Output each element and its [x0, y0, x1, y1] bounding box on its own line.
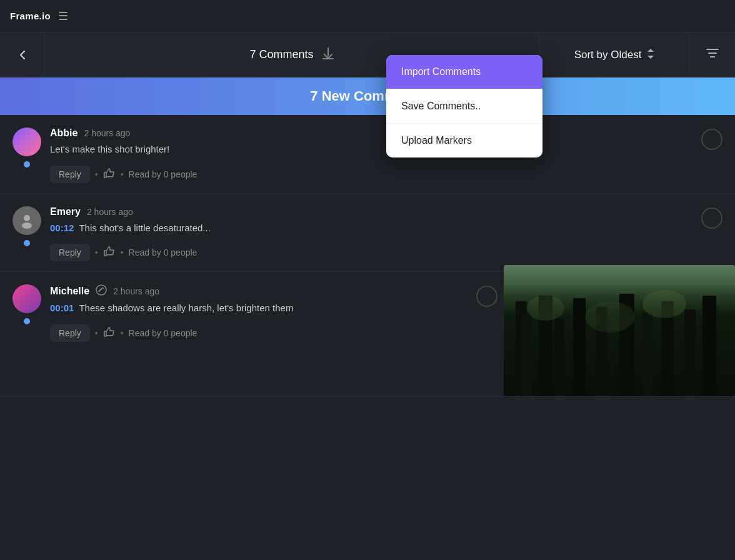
svg-point-3: [24, 215, 30, 221]
action-dot-2: •: [95, 248, 98, 258]
comment-actions-2: Reply • • Read by 0 people: [50, 244, 722, 261]
comment-time-3: 2 hours ago: [113, 286, 159, 296]
reply-button-3[interactable]: Reply: [50, 324, 90, 342]
complete-circle-1[interactable]: [701, 129, 722, 150]
avatar-col-2: [12, 206, 41, 262]
action-dot-3b: •: [121, 328, 124, 338]
comments-count-label: 7 Comments: [249, 48, 313, 61]
filter-button[interactable]: [690, 32, 735, 78]
commenter-name-1: Abbie: [50, 128, 78, 139]
action-dot-1b: •: [121, 169, 124, 179]
timestamp-3[interactable]: 00:01: [50, 302, 74, 313]
avatar-emery: [12, 206, 41, 235]
comment-text-2: 00:12This shot's a little desaturated...: [50, 221, 722, 236]
sort-arrow-icon: [646, 48, 655, 62]
like-icon-1[interactable]: [103, 168, 116, 181]
back-button[interactable]: [0, 32, 45, 78]
read-by-2: Read by 0 people: [129, 248, 198, 258]
header-row: 7 Comments Sort by Oldest: [0, 32, 735, 78]
sort-section[interactable]: Sort by Oldest: [540, 32, 690, 77]
complete-circle-2[interactable]: [701, 208, 722, 229]
dropdown-save-comments[interactable]: Save Comments..: [386, 89, 542, 124]
comment-time-1: 2 hours ago: [84, 128, 130, 138]
comment-actions-1: Reply • • Read by 0 people: [50, 166, 722, 183]
app-logo: Frame.io: [10, 11, 51, 21]
action-dot-1: •: [95, 169, 98, 179]
svg-point-4: [22, 222, 32, 229]
comment-1: Abbie 2 hours ago Let's make this shot b…: [0, 115, 735, 194]
commenter-name-2: Emery: [50, 206, 81, 218]
reply-button-2[interactable]: Reply: [50, 244, 90, 261]
dropdown-import-comments[interactable]: Import Comments: [386, 55, 542, 89]
read-by-1: Read by 0 people: [129, 169, 198, 179]
complete-circle-3[interactable]: [476, 286, 498, 307]
reply-button-1[interactable]: Reply: [50, 166, 90, 183]
timestamp-2[interactable]: 00:12: [50, 222, 74, 233]
avatar-michelle: [12, 284, 41, 313]
commenter-name-3: Michelle: [50, 286, 89, 297]
forest-thumbnail: [504, 265, 735, 396]
edit-icon-3: [96, 284, 107, 298]
filter-icon: [706, 48, 719, 62]
top-bar: Frame.io ☰: [0, 0, 735, 32]
comment-time-2: 2 hours ago: [87, 207, 133, 217]
action-dot-2b: •: [121, 248, 124, 258]
dropdown-upload-markers[interactable]: Upload Markers: [386, 124, 542, 158]
unread-dot-2: [24, 240, 30, 246]
unread-dot-3: [24, 318, 30, 324]
avatar-abbie: [12, 128, 41, 156]
new-comments-banner[interactable]: 7 New Comments: [0, 78, 735, 115]
sort-label: Sort by Oldest: [574, 49, 642, 61]
comment-content-2: Emery 2 hours ago 00:12This shot's a lit…: [50, 206, 722, 262]
forest-image: [504, 265, 735, 396]
comments-area: Abbie 2 hours ago Let's make this shot b…: [0, 115, 735, 560]
comment-2: Emery 2 hours ago 00:12This shot's a lit…: [0, 194, 735, 272]
like-icon-3[interactable]: [103, 326, 116, 340]
action-dot-3: •: [95, 328, 98, 338]
unread-dot-1: [24, 161, 30, 168]
comment-header-2: Emery 2 hours ago: [50, 206, 722, 218]
download-icon[interactable]: [321, 46, 335, 63]
comment-3: Michelle 2 hours ago 00:01These shadows …: [0, 272, 735, 397]
hamburger-icon[interactable]: ☰: [58, 9, 68, 23]
like-icon-2[interactable]: [103, 246, 116, 259]
avatar-col-1: [12, 128, 41, 183]
back-arrow-icon: [16, 48, 29, 62]
avatar-col-3: [12, 284, 41, 386]
dropdown-menu: Import Comments Save Comments.. Upload M…: [386, 55, 542, 158]
read-by-3: Read by 0 people: [129, 328, 198, 338]
